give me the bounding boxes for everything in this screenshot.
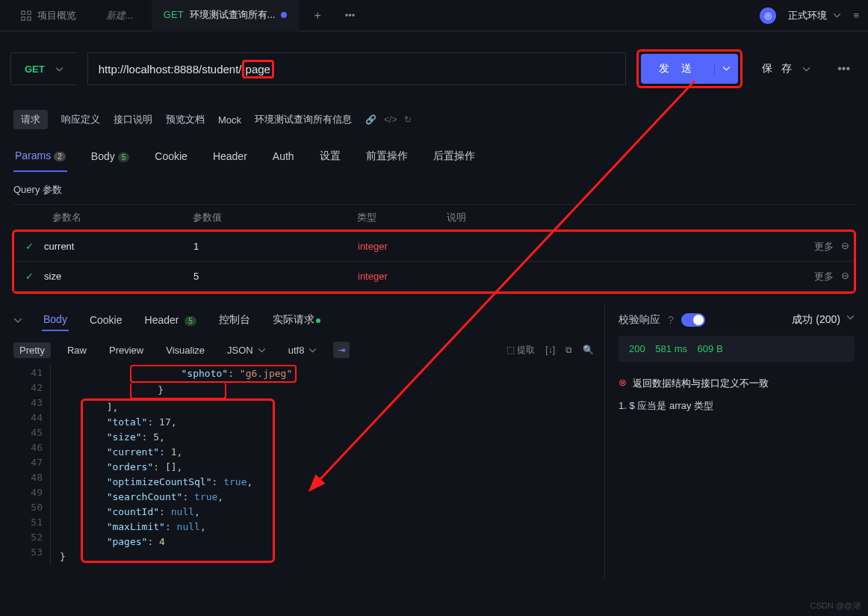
- save-button[interactable]: 保 存: [753, 62, 819, 76]
- export-icon[interactable]: [↓]: [545, 345, 555, 355]
- chevron-down-icon[interactable]: [13, 316, 22, 324]
- resp-tab-actual[interactable]: 实际请求: [271, 309, 322, 331]
- check-icon[interactable]: ✓: [14, 241, 44, 252]
- tab-settings[interactable]: 设置: [318, 144, 342, 172]
- error-detail: 1. $ 应当是 array 类型: [619, 395, 855, 417]
- response-area: Body Cookie Header 5 控制台 实际请求 Pretty Raw…: [0, 303, 868, 579]
- doc-title: 环境测试查询所有信息: [255, 113, 352, 126]
- error-row: ⊗ 返回数据结构与接口定义不一致: [619, 372, 855, 395]
- tab-overview-label: 项目概览: [37, 9, 76, 22]
- code-area: 41424344454647484950515253 "sphoto": "g6…: [13, 366, 604, 564]
- tab-overview[interactable]: 项目概览: [9, 0, 88, 31]
- doc-tab-mock[interactable]: Mock: [218, 114, 241, 126]
- fmt-encoding[interactable]: utf8: [282, 342, 323, 358]
- resp-tab-body[interactable]: Body: [42, 309, 69, 331]
- env-select[interactable]: 正式环境: [788, 9, 841, 22]
- tab-post[interactable]: 后置操作: [432, 144, 477, 172]
- tab-body[interactable]: Body5: [90, 144, 131, 171]
- method-select[interactable]: GET: [10, 52, 77, 85]
- link-icon[interactable]: 🔗: [365, 114, 376, 125]
- format-row: Pretty Raw Preview Visualize JSON utf8 ⇥…: [13, 334, 604, 366]
- resp-tab-header[interactable]: Header 5: [143, 309, 198, 330]
- request-tabs: Params2 Body5 Cookie Header Auth 设置 前置操作…: [0, 133, 868, 173]
- fmt-visualize[interactable]: Visualize: [160, 342, 211, 358]
- refresh-icon[interactable]: ↻: [404, 114, 412, 125]
- error-icon: ⊗: [619, 377, 627, 390]
- request-row: GET http://localhost:8888/student/page 发…: [0, 31, 868, 106]
- tab-title: 环境测试查询所有...: [190, 8, 276, 22]
- param-header: 参数名 参数值 类型 说明: [13, 204, 855, 231]
- send-button[interactable]: 发 送: [641, 54, 738, 84]
- watermark: CSDN @@湖: [810, 600, 861, 612]
- fmt-preview[interactable]: Preview: [103, 342, 149, 358]
- wrap-icon[interactable]: ⇥: [333, 342, 350, 358]
- url-input[interactable]: http://localhost:8888/student/page: [87, 52, 627, 85]
- doc-tab-request[interactable]: 请求: [13, 110, 48, 129]
- status-select[interactable]: 成功 (200): [792, 313, 855, 327]
- chevron-down-icon: [802, 65, 810, 73]
- env-icon[interactable]: ◎: [760, 7, 776, 24]
- remove-icon[interactable]: ⊖: [841, 240, 849, 253]
- response-tabs: Body Cookie Header 5 控制台 实际请求: [13, 309, 604, 334]
- extract-button[interactable]: ⬚ 提取: [506, 344, 535, 357]
- svg-rect-3: [28, 16, 31, 19]
- more-button[interactable]: •••: [830, 62, 858, 76]
- fmt-json[interactable]: JSON: [221, 342, 272, 358]
- hamburger-icon[interactable]: ≡: [853, 10, 859, 21]
- validate-toggle[interactable]: [681, 313, 705, 327]
- unsaved-dot-icon: [281, 12, 287, 18]
- url-highlight: page: [242, 60, 274, 78]
- line-gutter: 41424344454647484950515253: [13, 366, 51, 564]
- param-row[interactable]: ✓ size 5 integer 更多⊖: [14, 262, 854, 292]
- params-highlight: ✓ current 1 integer 更多⊖ ✓ size 5 integer…: [12, 230, 856, 294]
- svg-rect-1: [28, 10, 31, 13]
- tab-overflow-button[interactable]: •••: [336, 10, 365, 21]
- new-tab-button[interactable]: +: [305, 9, 329, 22]
- fmt-raw[interactable]: Raw: [61, 342, 93, 358]
- validate-title: 校验响应: [619, 313, 660, 327]
- param-row[interactable]: ✓ current 1 integer 更多⊖: [14, 232, 854, 262]
- check-icon[interactable]: ✓: [14, 271, 44, 282]
- doc-tab-preview[interactable]: 预览文档: [166, 113, 205, 126]
- doc-tab-api-desc[interactable]: 接口说明: [114, 113, 152, 126]
- query-title: Query 参数: [13, 183, 855, 197]
- validation-panel: 校验响应 ? 成功 (200) 200 581 ms 609 B ⊗ 返回数据结…: [605, 303, 868, 579]
- doc-tab-response-def[interactable]: 响应定义: [61, 113, 100, 126]
- chevron-down-icon: [846, 313, 855, 321]
- grid-icon: [21, 10, 31, 21]
- tab-pre[interactable]: 前置操作: [365, 144, 409, 172]
- status-dot-icon: [316, 318, 320, 323]
- search-icon[interactable]: 🔍: [583, 345, 594, 355]
- tab-auth[interactable]: Auth: [271, 144, 296, 171]
- code-icon[interactable]: </>: [384, 114, 397, 125]
- copy-icon[interactable]: ⧉: [565, 345, 572, 355]
- resp-tab-cookie[interactable]: Cookie: [88, 309, 124, 330]
- chevron-down-icon: [55, 65, 63, 73]
- tab-new[interactable]: 新建...: [94, 0, 146, 31]
- resp-tab-console[interactable]: 控制台: [217, 309, 252, 331]
- send-highlight: 发 送: [636, 49, 743, 88]
- doc-tabs: 请求 响应定义 接口说明 预览文档 Mock 环境测试查询所有信息 🔗 </> …: [0, 106, 868, 133]
- help-icon[interactable]: ?: [668, 314, 674, 326]
- remove-icon[interactable]: ⊖: [841, 270, 849, 283]
- status-box: 200 581 ms 609 B: [619, 336, 855, 362]
- tab-cookie[interactable]: Cookie: [153, 144, 189, 171]
- svg-rect-2: [22, 16, 25, 19]
- tab-method: GET: [164, 9, 184, 20]
- tab-active[interactable]: GET 环境测试查询所有...: [152, 0, 300, 31]
- code-body[interactable]: "sphoto": "g6.jpeg" } ], "total": 17, "s…: [51, 366, 297, 564]
- chevron-down-icon: [833, 11, 841, 19]
- tab-header[interactable]: Header: [211, 144, 249, 171]
- send-dropdown[interactable]: [714, 64, 738, 75]
- top-tab-bar: 项目概览 新建... GET 环境测试查询所有... + ••• ◎ 正式环境 …: [0, 0, 868, 31]
- query-params-section: Query 参数 参数名 参数值 类型 说明 ✓ current 1 integ…: [0, 173, 868, 303]
- svg-rect-0: [22, 10, 25, 13]
- fmt-pretty[interactable]: Pretty: [13, 342, 51, 358]
- tab-params[interactable]: Params2: [13, 144, 67, 172]
